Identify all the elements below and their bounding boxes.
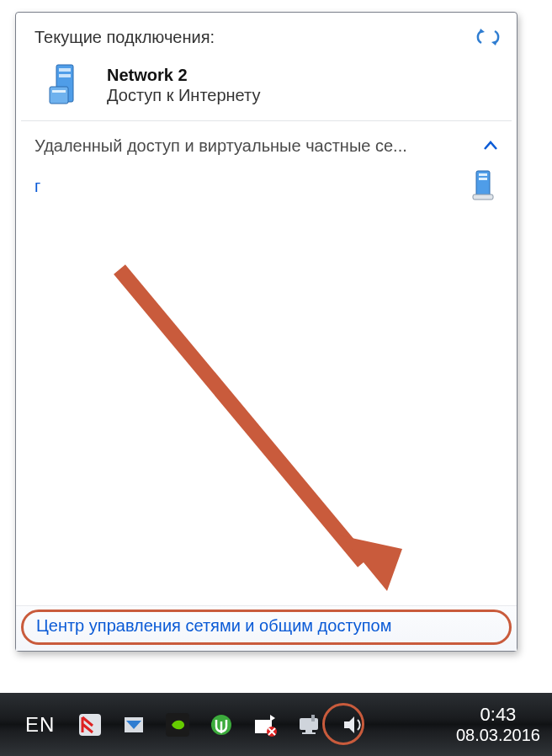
vpn-section-label: Удаленный доступ и виртуальные частные с… <box>34 136 476 156</box>
taskbar: EN 0:43 08.03.2016 <box>0 693 552 756</box>
network-name: Network 2 <box>107 65 260 85</box>
svg-rect-22 <box>302 732 316 734</box>
modem-icon <box>471 169 498 203</box>
svg-rect-20 <box>300 718 318 730</box>
svg-marker-0 <box>479 29 485 34</box>
action-center-tray-icon[interactable] <box>250 710 280 740</box>
nvidia-tray-icon[interactable] <box>162 710 193 740</box>
language-indicator[interactable]: EN <box>25 713 65 737</box>
refresh-icon[interactable] <box>475 26 502 48</box>
chevron-up-icon[interactable] <box>476 136 502 156</box>
flyout-header: Текущие подключения: <box>16 13 517 56</box>
svg-rect-9 <box>479 178 487 180</box>
kaspersky-tray-icon[interactable] <box>75 710 105 740</box>
svg-rect-3 <box>59 68 71 72</box>
vpn-item[interactable]: г <box>16 157 517 203</box>
network-center-link[interactable]: Центр управления сетями и общим доступом <box>36 616 392 636</box>
volume-tray-icon[interactable] <box>337 710 368 740</box>
svg-rect-8 <box>479 173 487 176</box>
drive-tray-icon[interactable] <box>119 710 149 740</box>
svg-rect-10 <box>473 194 493 200</box>
flyout-title: Текущие подключения: <box>34 28 215 47</box>
footer-area: Центр управления сетями и общим доступом <box>16 605 517 651</box>
utorrent-tray-icon[interactable] <box>206 710 236 740</box>
svg-rect-21 <box>305 730 312 732</box>
clock-date: 08.03.2016 <box>456 726 540 744</box>
current-network-item[interactable]: Network 2 Доступ к Интернету <box>16 56 517 120</box>
network-flyout: Текущие подключения: Network 2 Доступ к … <box>15 12 518 652</box>
network-status: Доступ к Интернету <box>107 85 260 105</box>
clock-time: 0:43 <box>456 705 540 725</box>
svg-rect-4 <box>59 74 71 77</box>
svg-marker-24 <box>344 716 354 733</box>
svg-rect-6 <box>52 90 66 93</box>
vpn-section-header[interactable]: Удаленный доступ и виртуальные частные с… <box>16 121 517 157</box>
taskbar-clock[interactable]: 0:43 08.03.2016 <box>456 705 540 743</box>
flyout-body <box>16 203 517 605</box>
network-text: Network 2 Доступ к Интернету <box>107 65 260 105</box>
svg-rect-23 <box>311 715 315 721</box>
svg-marker-1 <box>491 40 497 45</box>
network-tray-icon[interactable] <box>294 710 324 740</box>
network-server-icon <box>45 61 92 109</box>
system-tray <box>75 710 368 740</box>
svg-rect-5 <box>50 87 68 104</box>
vpn-item-label: г <box>34 177 40 196</box>
